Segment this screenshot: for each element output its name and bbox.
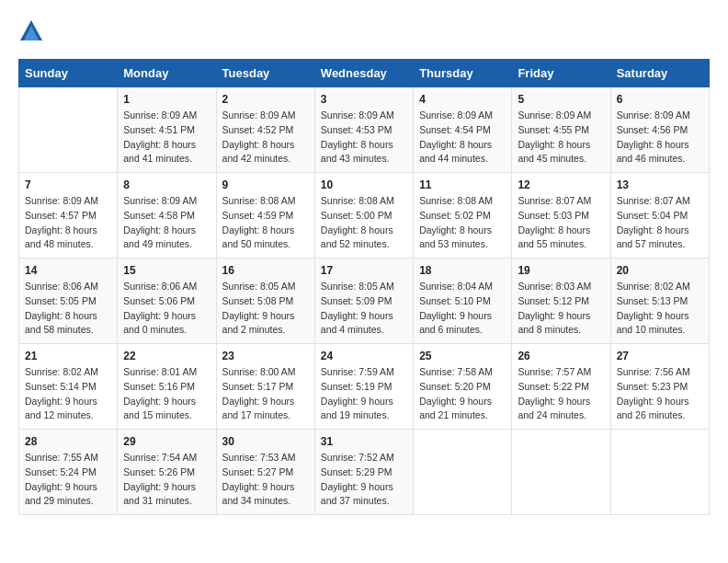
logo	[18, 18, 48, 44]
day-info: Sunrise: 8:07 AM Sunset: 5:03 PM Dayligh…	[518, 194, 604, 252]
day-number: 17	[321, 264, 407, 277]
calendar-week-row: 7Sunrise: 8:09 AM Sunset: 4:57 PM Daylig…	[19, 173, 710, 259]
calendar-cell: 9Sunrise: 8:08 AM Sunset: 4:59 PM Daylig…	[216, 173, 314, 259]
day-info: Sunrise: 7:57 AM Sunset: 5:22 PM Dayligh…	[518, 365, 604, 423]
day-info: Sunrise: 8:03 AM Sunset: 5:12 PM Dayligh…	[518, 280, 604, 338]
day-info: Sunrise: 7:59 AM Sunset: 5:19 PM Dayligh…	[321, 365, 407, 423]
day-info: Sunrise: 8:09 AM Sunset: 4:58 PM Dayligh…	[123, 194, 210, 252]
day-number: 14	[25, 264, 111, 277]
logo-icon	[18, 18, 44, 44]
day-number: 18	[419, 264, 506, 277]
calendar-week-row: 14Sunrise: 8:06 AM Sunset: 5:05 PM Dayli…	[19, 259, 710, 344]
calendar-cell: 22Sunrise: 8:01 AM Sunset: 5:16 PM Dayli…	[118, 344, 216, 430]
day-number: 27	[617, 350, 703, 362]
calendar-cell: 17Sunrise: 8:05 AM Sunset: 5:09 PM Dayli…	[314, 259, 413, 344]
day-number: 2	[222, 93, 309, 106]
day-number: 9	[222, 178, 309, 191]
calendar-cell: 19Sunrise: 8:03 AM Sunset: 5:12 PM Dayli…	[512, 259, 610, 344]
day-info: Sunrise: 8:05 AM Sunset: 5:09 PM Dayligh…	[321, 280, 407, 338]
calendar-cell: 7Sunrise: 8:09 AM Sunset: 4:57 PM Daylig…	[19, 173, 118, 259]
day-number: 26	[518, 350, 604, 362]
calendar-cell: 29Sunrise: 7:54 AM Sunset: 5:26 PM Dayli…	[118, 430, 216, 515]
header-thursday: Thursday	[414, 60, 512, 87]
day-info: Sunrise: 7:53 AM Sunset: 5:27 PM Dayligh…	[222, 451, 309, 509]
day-info: Sunrise: 8:09 AM Sunset: 4:53 PM Dayligh…	[321, 109, 407, 167]
calendar-cell: 28Sunrise: 7:55 AM Sunset: 5:24 PM Dayli…	[19, 430, 118, 515]
day-number: 15	[123, 264, 210, 277]
day-number: 10	[321, 178, 407, 191]
day-info: Sunrise: 7:56 AM Sunset: 5:23 PM Dayligh…	[617, 365, 703, 423]
day-info: Sunrise: 8:09 AM Sunset: 4:52 PM Dayligh…	[222, 109, 309, 167]
day-info: Sunrise: 7:52 AM Sunset: 5:29 PM Dayligh…	[321, 451, 407, 509]
calendar-week-row: 28Sunrise: 7:55 AM Sunset: 5:24 PM Dayli…	[19, 430, 710, 515]
calendar-cell: 23Sunrise: 8:00 AM Sunset: 5:17 PM Dayli…	[216, 344, 314, 430]
day-number: 11	[419, 178, 506, 191]
day-number: 12	[518, 178, 604, 191]
day-info: Sunrise: 8:05 AM Sunset: 5:08 PM Dayligh…	[222, 280, 309, 338]
day-number: 3	[321, 93, 407, 106]
calendar-cell: 14Sunrise: 8:06 AM Sunset: 5:05 PM Dayli…	[19, 259, 118, 344]
header-tuesday: Tuesday	[216, 60, 314, 87]
day-number: 22	[123, 350, 210, 362]
day-info: Sunrise: 8:06 AM Sunset: 5:06 PM Dayligh…	[123, 280, 210, 338]
day-info: Sunrise: 7:55 AM Sunset: 5:24 PM Dayligh…	[25, 451, 111, 509]
calendar-cell	[414, 430, 512, 515]
day-number: 23	[222, 350, 309, 362]
calendar-table: SundayMondayTuesdayWednesdayThursdayFrid…	[18, 59, 710, 515]
day-number: 21	[25, 350, 111, 362]
header-sunday: Sunday	[19, 60, 118, 87]
day-number: 4	[419, 93, 506, 106]
day-number: 30	[222, 435, 309, 448]
header-friday: Friday	[512, 60, 610, 87]
calendar-cell: 31Sunrise: 7:52 AM Sunset: 5:29 PM Dayli…	[314, 430, 413, 515]
day-info: Sunrise: 8:06 AM Sunset: 5:05 PM Dayligh…	[25, 280, 111, 338]
day-info: Sunrise: 8:09 AM Sunset: 4:56 PM Dayligh…	[617, 109, 703, 167]
day-info: Sunrise: 7:54 AM Sunset: 5:26 PM Dayligh…	[123, 451, 210, 509]
day-number: 24	[321, 350, 407, 362]
calendar-cell: 2Sunrise: 8:09 AM Sunset: 4:52 PM Daylig…	[216, 87, 314, 173]
calendar-week-row: 21Sunrise: 8:02 AM Sunset: 5:14 PM Dayli…	[19, 344, 710, 430]
day-number: 20	[617, 264, 703, 277]
calendar-cell: 24Sunrise: 7:59 AM Sunset: 5:19 PM Dayli…	[314, 344, 413, 430]
calendar-cell: 3Sunrise: 8:09 AM Sunset: 4:53 PM Daylig…	[314, 87, 413, 173]
calendar-cell: 5Sunrise: 8:09 AM Sunset: 4:55 PM Daylig…	[512, 87, 610, 173]
calendar-cell: 4Sunrise: 8:09 AM Sunset: 4:54 PM Daylig…	[414, 87, 512, 173]
calendar-cell	[19, 87, 118, 173]
day-number: 16	[222, 264, 309, 277]
day-info: Sunrise: 7:58 AM Sunset: 5:20 PM Dayligh…	[419, 365, 506, 423]
calendar-cell: 25Sunrise: 7:58 AM Sunset: 5:20 PM Dayli…	[414, 344, 512, 430]
day-number: 29	[123, 435, 210, 448]
calendar-cell	[610, 430, 709, 515]
page-header	[18, 18, 710, 44]
day-info: Sunrise: 8:09 AM Sunset: 4:51 PM Dayligh…	[123, 109, 210, 167]
calendar-week-row: 1Sunrise: 8:09 AM Sunset: 4:51 PM Daylig…	[19, 87, 710, 173]
day-info: Sunrise: 8:00 AM Sunset: 5:17 PM Dayligh…	[222, 365, 309, 423]
calendar-cell: 30Sunrise: 7:53 AM Sunset: 5:27 PM Dayli…	[216, 430, 314, 515]
day-number: 19	[518, 264, 604, 277]
day-number: 28	[25, 435, 111, 448]
calendar-cell: 15Sunrise: 8:06 AM Sunset: 5:06 PM Dayli…	[118, 259, 216, 344]
header-wednesday: Wednesday	[314, 60, 413, 87]
day-number: 31	[321, 435, 407, 448]
day-info: Sunrise: 8:04 AM Sunset: 5:10 PM Dayligh…	[419, 280, 506, 338]
header-saturday: Saturday	[610, 60, 709, 87]
calendar-cell: 16Sunrise: 8:05 AM Sunset: 5:08 PM Dayli…	[216, 259, 314, 344]
day-number: 1	[123, 93, 210, 106]
calendar-cell: 13Sunrise: 8:07 AM Sunset: 5:04 PM Dayli…	[610, 173, 709, 259]
day-info: Sunrise: 8:09 AM Sunset: 4:55 PM Dayligh…	[518, 109, 604, 167]
calendar-cell: 20Sunrise: 8:02 AM Sunset: 5:13 PM Dayli…	[610, 259, 709, 344]
calendar-cell: 21Sunrise: 8:02 AM Sunset: 5:14 PM Dayli…	[19, 344, 118, 430]
day-info: Sunrise: 8:09 AM Sunset: 4:57 PM Dayligh…	[25, 194, 111, 252]
calendar-cell: 6Sunrise: 8:09 AM Sunset: 4:56 PM Daylig…	[610, 87, 709, 173]
day-info: Sunrise: 8:02 AM Sunset: 5:13 PM Dayligh…	[617, 280, 703, 338]
day-number: 5	[518, 93, 604, 106]
calendar-cell: 26Sunrise: 7:57 AM Sunset: 5:22 PM Dayli…	[512, 344, 610, 430]
day-number: 13	[617, 178, 703, 191]
day-number: 6	[617, 93, 703, 106]
day-info: Sunrise: 8:07 AM Sunset: 5:04 PM Dayligh…	[617, 194, 703, 252]
day-number: 7	[25, 178, 111, 191]
calendar-header-row: SundayMondayTuesdayWednesdayThursdayFrid…	[19, 60, 710, 87]
calendar-cell: 1Sunrise: 8:09 AM Sunset: 4:51 PM Daylig…	[118, 87, 216, 173]
day-number: 25	[419, 350, 506, 362]
day-info: Sunrise: 8:01 AM Sunset: 5:16 PM Dayligh…	[123, 365, 210, 423]
